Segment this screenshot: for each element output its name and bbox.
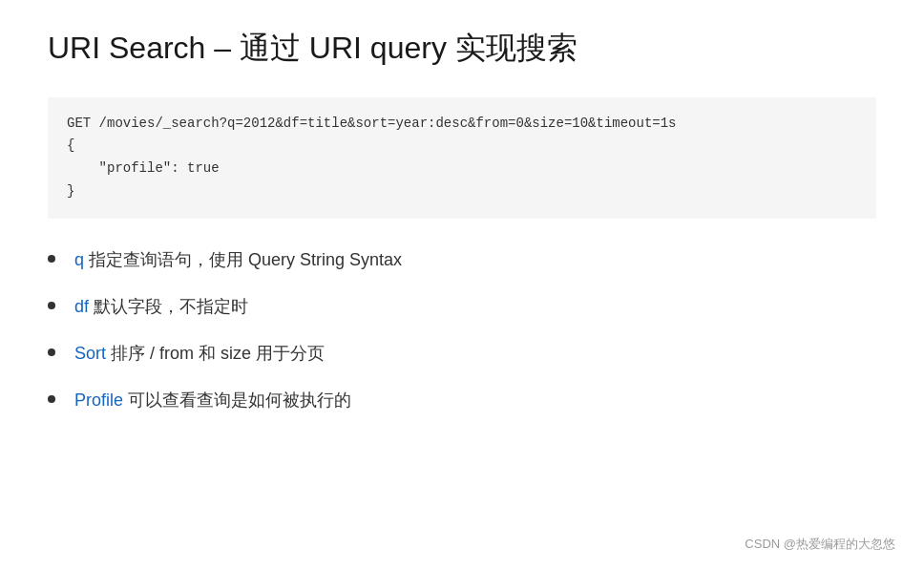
bullet-text: Profile 可以查看查询是如何被执行的 xyxy=(74,388,876,413)
code-block: GET /movies/_search?q=2012&df=title&sort… xyxy=(48,97,876,219)
bullet-text: q 指定查询语句，使用 Query String Syntax xyxy=(74,247,876,273)
bullet-keyword: Sort xyxy=(74,344,106,363)
bullet-dot xyxy=(48,348,55,356)
bullet-keyword: q xyxy=(74,250,84,269)
bullet-rest: 指定查询语句，使用 Query String Syntax xyxy=(84,250,402,269)
bullet-text: df 默认字段，不指定时 xyxy=(74,294,876,320)
list-item: Profile 可以查看查询是如何被执行的 xyxy=(48,388,876,413)
bullet-rest: 默认字段，不指定时 xyxy=(89,297,248,316)
page-container: URI Search – 通过 URI query 实现搜索 GET /movi… xyxy=(0,0,924,454)
bullet-rest: 可以查看查询是如何被执行的 xyxy=(123,391,351,410)
bullet-text: Sort 排序 / from 和 size 用于分页 xyxy=(74,341,876,367)
code-line-3: "profile": true xyxy=(67,158,857,180)
bullet-list: q 指定查询语句，使用 Query String Syntax df 默认字段，… xyxy=(48,247,876,413)
list-item: q 指定查询语句，使用 Query String Syntax xyxy=(48,247,876,273)
bullet-keyword: Profile xyxy=(74,391,123,410)
page-title: URI Search – 通过 URI query 实现搜索 xyxy=(48,29,876,69)
bullet-dot xyxy=(48,255,55,263)
code-line-4: } xyxy=(67,180,857,203)
bullet-dot xyxy=(48,302,55,309)
watermark: CSDN @热爱编程的大忽悠 xyxy=(745,536,895,553)
code-line-1: GET /movies/_search?q=2012&df=title&sort… xyxy=(67,113,857,136)
bullet-rest: 排序 / from 和 size 用于分页 xyxy=(106,344,325,363)
bullet-keyword: df xyxy=(74,297,89,316)
bullet-dot xyxy=(48,395,55,403)
code-line-2: { xyxy=(67,135,857,158)
list-item: Sort 排序 / from 和 size 用于分页 xyxy=(48,341,876,367)
list-item: df 默认字段，不指定时 xyxy=(48,294,876,320)
